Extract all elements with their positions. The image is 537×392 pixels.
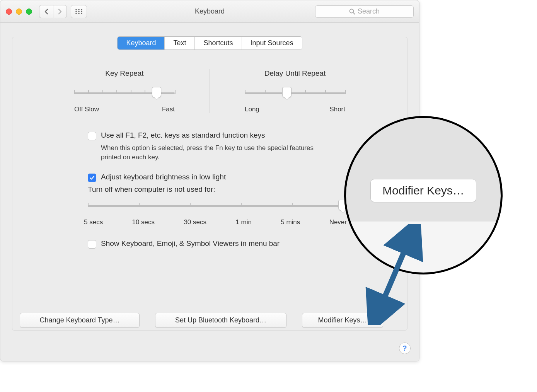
help-button[interactable]: ? bbox=[399, 343, 411, 354]
fn-keys-checkbox[interactable] bbox=[88, 132, 96, 140]
minimize-window[interactable] bbox=[16, 9, 22, 15]
forward-button[interactable] bbox=[53, 5, 67, 18]
tab-shortcuts[interactable]: Shortcuts bbox=[195, 37, 242, 49]
svg-point-6 bbox=[75, 13, 77, 14]
idle-label-0: 5 secs bbox=[84, 218, 103, 226]
key-repeat-block: Key Repeat Off Slow Fast bbox=[74, 69, 175, 113]
fn-keys-sub: When this option is selected, press the … bbox=[101, 143, 321, 162]
show-viewers-checkbox[interactable] bbox=[88, 240, 96, 249]
tab-text[interactable]: Text bbox=[165, 37, 195, 49]
svg-point-3 bbox=[75, 11, 77, 12]
back-button[interactable] bbox=[39, 5, 53, 18]
svg-point-0 bbox=[75, 9, 77, 10]
idle-label-4: 5 mins bbox=[281, 218, 300, 226]
delay-repeat-block: Delay Until Repeat Long Short bbox=[245, 69, 345, 113]
delay-left-label: Long bbox=[245, 106, 259, 113]
key-repeat-title: Key Repeat bbox=[74, 69, 175, 78]
key-repeat-left-label: Off Slow bbox=[74, 106, 99, 113]
idle-label-2: 30 secs bbox=[184, 218, 206, 226]
key-repeat-right-label: Fast bbox=[162, 106, 175, 113]
setup-bluetooth-button[interactable]: Set Up Bluetooth Keyboard… bbox=[155, 313, 286, 328]
window-controls bbox=[6, 9, 32, 15]
svg-point-8 bbox=[81, 13, 82, 14]
tab-bar: Keyboard Text Shortcuts Input Sources bbox=[117, 36, 302, 50]
brightness-checkbox[interactable] bbox=[88, 174, 96, 182]
fn-keys-label: Use all F1, F2, etc. keys as standard fu… bbox=[101, 131, 265, 140]
idle-label-5: Never bbox=[329, 218, 347, 226]
idle-slider[interactable] bbox=[88, 201, 343, 213]
svg-point-2 bbox=[81, 9, 82, 10]
close-window[interactable] bbox=[6, 9, 12, 15]
search-icon bbox=[349, 9, 355, 15]
brightness-label: Adjust keyboard brightness in low light bbox=[101, 173, 226, 181]
show-viewers-label: Show Keyboard, Emoji, & Symbol Viewers i… bbox=[101, 239, 280, 248]
callout-modifier-keys-button: Modifier Keys… bbox=[370, 179, 476, 202]
nav-back-forward bbox=[39, 5, 67, 18]
modifier-keys-button[interactable]: Modifier Keys… bbox=[302, 313, 383, 328]
delay-repeat-slider[interactable] bbox=[245, 89, 345, 100]
tab-keyboard[interactable]: Keyboard bbox=[118, 37, 165, 49]
zoom-window[interactable] bbox=[26, 9, 32, 15]
search-placeholder: Search bbox=[358, 7, 380, 15]
idle-label-1: 10 secs bbox=[132, 218, 155, 226]
idle-label-3: 1 min bbox=[235, 218, 252, 226]
delay-repeat-title: Delay Until Repeat bbox=[245, 69, 345, 78]
tab-input-sources[interactable]: Input Sources bbox=[242, 37, 302, 49]
delay-right-label: Short bbox=[329, 106, 345, 113]
slider-divider bbox=[210, 69, 210, 113]
svg-point-4 bbox=[78, 11, 80, 12]
svg-point-1 bbox=[78, 9, 80, 10]
titlebar: Keyboard Search bbox=[0, 0, 419, 23]
callout-magnifier: Modifier Keys… bbox=[344, 116, 503, 274]
key-repeat-slider[interactable] bbox=[74, 89, 175, 100]
svg-point-5 bbox=[81, 11, 82, 12]
change-keyboard-type-button[interactable]: Change Keyboard Type… bbox=[20, 313, 140, 328]
idle-slider-labels: 5 secs 10 secs 30 secs 1 min 5 mins Neve… bbox=[84, 218, 347, 226]
svg-line-10 bbox=[353, 12, 355, 14]
search-input[interactable]: Search bbox=[315, 5, 414, 18]
turnoff-label: Turn off when computer is not used for: bbox=[88, 185, 343, 194]
svg-point-7 bbox=[78, 13, 80, 14]
show-all-button[interactable] bbox=[71, 5, 87, 18]
